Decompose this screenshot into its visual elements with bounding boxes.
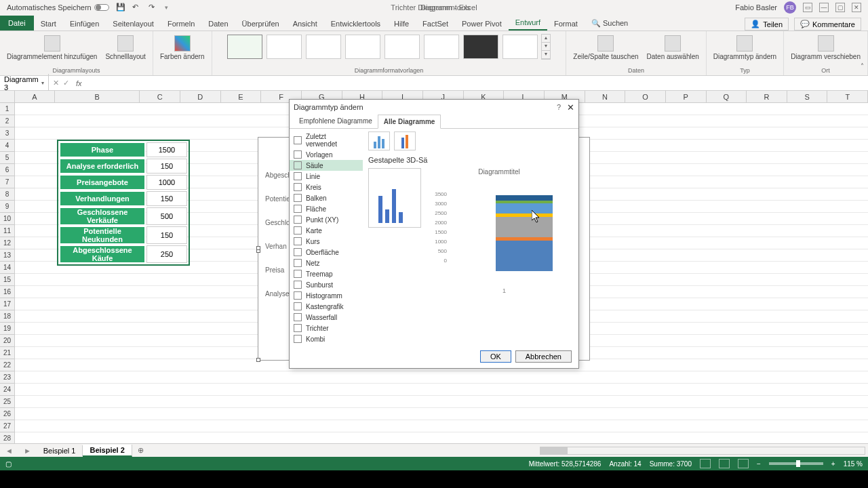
row-header[interactable]: 24 [0,384,15,396]
fx-icon[interactable]: fx [73,79,85,87]
row-header[interactable]: 10 [0,213,15,225]
table-header-phase[interactable]: Phase [60,142,145,157]
chart-type-item[interactable]: Vorlagen [290,149,363,160]
col-header[interactable]: P [666,91,707,102]
chart-style-4[interactable] [345,35,380,59]
quick-layout-button[interactable]: Schnelllayout [102,34,148,62]
chart-type-item[interactable]: Kreis [290,182,363,192]
formula-input[interactable] [85,82,868,85]
tab-design[interactable]: Entwurf [509,16,547,30]
table-row-label[interactable]: Preisangebote [60,175,145,190]
dialog-close-icon[interactable]: ✕ [567,102,574,113]
col-header[interactable]: S [787,91,828,102]
record-macro-icon[interactable]: ▢ [5,460,12,468]
chart-style-3[interactable] [306,35,341,59]
undo-icon[interactable]: ↶ [132,3,142,12]
table-row-label[interactable]: Geschlossene Verkäufe [60,207,145,225]
ok-button[interactable]: OK [480,350,511,363]
chevron-down-icon[interactable]: ▾ [41,80,44,86]
row-header[interactable]: 28 [0,432,15,443]
row-header[interactable]: 17 [0,298,15,310]
chart-type-item[interactable]: Kurs [290,236,363,247]
table-row-value[interactable]: 150 [146,226,187,244]
cancel-button[interactable]: Abbrechen [515,350,572,363]
autosave-toggle[interactable]: Automatisches Speichern [7,3,109,12]
chart-type-item[interactable]: Punkt (XY) [290,214,363,225]
chart-preview-small[interactable] [368,168,421,228]
tab-data[interactable]: Daten [201,17,235,30]
chart-type-item[interactable]: Kombi [290,333,363,344]
row-header[interactable]: 25 [0,396,15,408]
cancel-formula-icon[interactable]: ✕ [53,79,59,87]
tab-view[interactable]: Ansicht [286,17,324,30]
close-icon[interactable]: ✕ [852,3,861,12]
col-header[interactable]: O [625,91,666,102]
row-header[interactable]: 6 [0,164,15,176]
row-header[interactable]: 26 [0,408,15,420]
chart-type-item[interactable]: Treemap [290,268,363,279]
row-header[interactable]: 14 [0,262,15,274]
zoom-level[interactable]: 115 % [844,460,863,468]
tab-factset[interactable]: FactSet [416,17,455,30]
select-data-button[interactable]: Daten auswählen [644,34,702,62]
share-button[interactable]: 👤Teilen [745,18,789,30]
name-box[interactable]: Diagramm 3▾ [0,74,49,93]
view-pagebreak-icon[interactable] [738,459,749,468]
qat-customize-icon[interactable]: ▾ [165,4,168,11]
col-header[interactable]: D [180,91,221,102]
tab-insert[interactable]: Einfügen [63,17,106,30]
enter-formula-icon[interactable]: ✓ [63,79,69,87]
tab-help[interactable]: Hilfe [387,17,416,30]
row-header[interactable]: 20 [0,335,15,347]
row-header[interactable]: 3 [0,127,15,140]
table-row-value[interactable]: 1000 [146,175,187,190]
row-header[interactable]: 2 [0,115,15,127]
row-header[interactable]: 4 [0,140,15,152]
chart-type-item[interactable]: Karte [290,225,363,236]
chart-type-item[interactable]: Säule [290,160,363,171]
tab-powerpivot[interactable]: Power Pivot [455,17,509,30]
col-header[interactable]: C [140,91,180,102]
chart-style-1[interactable] [227,35,262,59]
chart-type-item[interactable]: Kastengrafik [290,301,363,312]
table-row-label[interactable]: Verhandlungen [60,191,145,206]
view-normal-icon[interactable] [700,459,711,468]
table-row-label[interactable]: Potentielle Neukunden [60,226,145,244]
sheet-tab[interactable]: Beispiel 1 [37,445,83,456]
table-row-value[interactable]: 500 [146,207,187,225]
tab-developer[interactable]: Entwicklertools [324,17,387,30]
tab-start[interactable]: Start [34,17,63,30]
row-header[interactable]: 12 [0,237,15,249]
row-header[interactable]: 18 [0,310,15,323]
table-row-value[interactable]: 250 [146,245,187,263]
table-row-label[interactable]: Analyse erforderlich [60,159,145,174]
sheet-tab[interactable]: Beispiel 2 [83,445,132,457]
table-row-value[interactable]: 150 [146,159,187,174]
chart-style-7[interactable] [463,35,498,59]
chart-style-2[interactable] [267,35,302,59]
chart-type-item[interactable]: Linie [290,171,363,182]
col-header[interactable]: N [585,91,626,102]
dialog-help-icon[interactable]: ? [557,103,561,111]
row-header[interactable]: 7 [0,176,15,188]
row-header[interactable]: 5 [0,152,15,164]
row-header[interactable]: 15 [0,274,15,286]
add-chart-element-button[interactable]: Diagrammelement hinzufügen [4,34,100,62]
maximize-icon[interactable]: ▢ [835,3,845,12]
comments-button[interactable]: 💬Kommentare [794,18,861,30]
col-header[interactable]: E [221,91,262,102]
chart-style-5[interactable] [384,35,420,59]
zoom-slider[interactable] [769,462,823,465]
avatar[interactable]: FB [784,1,796,14]
switch-rowcol-button[interactable]: Zeile/Spalte tauschen [570,34,641,62]
tab-review[interactable]: Überprüfen [235,17,286,30]
ribbon-options-icon[interactable]: ▭ [803,3,812,12]
chart-type-item[interactable]: Histogramm [290,290,363,301]
chart-type-item[interactable]: Trichter [290,323,363,333]
row-header[interactable]: 21 [0,347,15,359]
tab-pagelayout[interactable]: Seitenlayout [106,17,161,30]
chart-type-item[interactable]: Netz [290,258,363,268]
chart-style-8[interactable] [502,35,538,59]
view-pagelayout-icon[interactable] [719,459,730,468]
chart-preview-large[interactable]: Diagrammtitel 3500 3000 2500 2000 1500 1… [428,168,570,296]
